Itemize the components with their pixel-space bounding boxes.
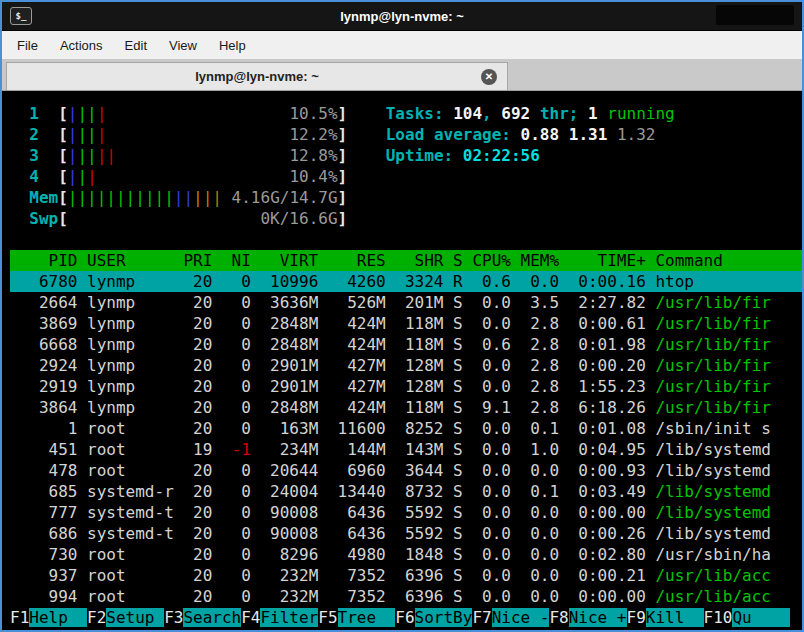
cpu-meter-4-label: 4: [10, 167, 58, 186]
fkey-label-F1[interactable]: Help: [29, 608, 87, 627]
fkey-label-F4[interactable]: Filter: [260, 608, 318, 627]
process-row-2924[interactable]: 2924 lynmp 20 0 2901M 427M 128M S 0.0 2.…: [10, 355, 802, 376]
process-row-686[interactable]: 686 systemd-t 20 0 90008 6436 5592 S 0.0…: [10, 523, 802, 544]
menu-view[interactable]: View: [158, 34, 208, 57]
process-row-6780[interactable]: 6780 lynmp 20 0 10996 4260 3324 R 0.6 0.…: [10, 271, 802, 292]
process-command: /usr/lib/acc: [655, 566, 771, 585]
tab-title: lynmp@lyn-nvme: ~: [195, 69, 319, 84]
fkey-F9: F9: [627, 608, 646, 627]
fkey-label-F6[interactable]: SortBy: [415, 608, 473, 627]
info-segment: 104: [453, 104, 482, 123]
process-command: /usr/sbin/ha: [655, 545, 771, 564]
window-title: lynmp@lyn-nvme: ~: [340, 9, 464, 24]
fkey-label-F2[interactable]: Setup: [106, 608, 164, 627]
cpu-meter-1-label: 1: [10, 104, 58, 123]
info-segment: 1.31: [569, 125, 617, 144]
terminal-window: $_ lynmp@lyn-nvme: ~ File Actions Edit V…: [0, 0, 804, 632]
menu-help[interactable]: Help: [208, 34, 257, 57]
process-row-2664[interactable]: 2664 lynmp 20 0 3636M 526M 201M S 0.0 3.…: [10, 292, 802, 313]
info-segment: Load average:: [386, 125, 521, 144]
process-row-685[interactable]: 685 systemd-r 20 0 24004 13440 8732 S 0.…: [10, 481, 802, 502]
info-segment: 692: [501, 104, 530, 123]
process-command: /sbin/init s: [655, 419, 771, 438]
menu-file[interactable]: File: [6, 34, 49, 57]
cpu-meter-2-value: 12.2%: [289, 125, 337, 144]
process-row-3864[interactable]: 3864 lynmp 20 0 2848M 424M 118M S 9.1 2.…: [10, 397, 802, 418]
fkey-label-F10[interactable]: Qu: [732, 608, 790, 627]
menu-actions[interactable]: Actions: [49, 34, 114, 57]
mem-meter-bar-green: |||||||||||: [68, 188, 174, 207]
mem-meter-label: Mem: [10, 188, 58, 207]
info-segment: 1: [588, 104, 598, 123]
cpu-meter-3-bar-green: ||: [77, 146, 96, 165]
cpu-meter-3-label: 3: [10, 146, 58, 165]
process-row-1[interactable]: 1 root 20 0 163M 11600 8252 S 0.0 0.1 0:…: [10, 418, 802, 439]
cpu-meter-2-bar-green: ||: [77, 125, 96, 144]
process-command: htop: [655, 272, 694, 291]
cpu-meter-2-label: 2: [10, 125, 58, 144]
process-row-451[interactable]: 451 root 19 -1 234M 144M 143M S 0.0 1.0 …: [10, 439, 802, 460]
tab-terminal[interactable]: lynmp@lyn-nvme: ~ ✕: [6, 62, 508, 90]
cpu-meter-2: 2 [|||| 12.2%] Load average: 0.88 1.31 1…: [10, 124, 802, 145]
info-segment: running: [598, 104, 675, 123]
cpu-meter-2-bar-blue: |: [68, 125, 78, 144]
fkey-F5: F5: [318, 608, 337, 627]
fkey-label-F5[interactable]: Tree: [338, 608, 396, 627]
process-row-478[interactable]: 478 root 20 0 20644 6960 3644 S 0.0 0.0 …: [10, 460, 802, 481]
fkey-F10: F10: [704, 608, 733, 627]
cpu-meter-4-bar-blue: |: [68, 167, 78, 186]
info-segment: ,: [482, 104, 501, 123]
process-command: /lib/systemd: [655, 440, 771, 459]
menubar: File Actions Edit View Help: [2, 31, 802, 60]
cpu-meter-4-value: 10.4%: [289, 167, 337, 186]
cpu-meter-1-bar-green: ||: [77, 104, 96, 123]
fkey-F2: F2: [87, 608, 106, 627]
blank-line: [10, 229, 802, 250]
info-segment: thr;: [530, 104, 588, 123]
fkey-F8: F8: [549, 608, 568, 627]
process-row-730[interactable]: 730 root 20 0 8296 4980 1848 S 0.0 0.0 0…: [10, 544, 802, 565]
info-segment: Uptime:: [386, 146, 463, 165]
fkey-label-F3[interactable]: Search: [183, 608, 241, 627]
fkey-label-F9[interactable]: Kill: [646, 608, 704, 627]
table-header[interactable]: PID USER PRI NI VIRT RES SHR S CPU% MEM%…: [10, 250, 802, 271]
fkey-F3: F3: [164, 608, 183, 627]
process-command: /lib/systemd: [655, 524, 771, 543]
titlebar[interactable]: $_ lynmp@lyn-nvme: ~: [2, 2, 802, 31]
process-command: /usr/lib/fir: [655, 314, 771, 333]
mem-meter: Mem[|||||||||||||||| 4.16G/14.7G]: [10, 187, 802, 208]
cpu-meter-3-bar-blue: |: [68, 146, 78, 165]
process-row-6668[interactable]: 6668 lynmp 20 0 2848M 424M 118M S 0.6 2.…: [10, 334, 802, 355]
mem-meter-value: 4.16G/14.7G: [232, 188, 338, 207]
fkey-F1: F1: [10, 608, 29, 627]
fkey-F7: F7: [472, 608, 491, 627]
cpu-meter-1-bar-blue: |: [68, 104, 78, 123]
menu-edit[interactable]: Edit: [114, 34, 158, 57]
process-command: /usr/lib/fir: [655, 356, 771, 375]
info-segment: 02:22:56: [463, 146, 540, 165]
info-segment: 0.88: [521, 125, 569, 144]
process-row-3869[interactable]: 3869 lynmp 20 0 2848M 424M 118M S 0.0 2.…: [10, 313, 802, 334]
process-row-777[interactable]: 777 systemd-t 20 0 90008 6436 5592 S 0.0…: [10, 502, 802, 523]
process-command: /usr/lib/fir: [655, 293, 771, 312]
process-row-994[interactable]: 994 root 20 0 232M 7352 6396 S 0.0 0.0 0…: [10, 586, 802, 607]
terminal-app-icon: $_: [10, 7, 32, 25]
process-row-937[interactable]: 937 root 20 0 232M 7352 6396 S 0.0 0.0 0…: [10, 565, 802, 586]
cpu-meter-1-value: 10.5%: [289, 104, 337, 123]
tab-close-icon[interactable]: ✕: [481, 69, 497, 85]
process-command: /lib/systemd: [655, 503, 771, 522]
htop-terminal[interactable]: 1 [|||| 10.5%] Tasks: 104, 692 thr; 1 ru…: [2, 91, 802, 632]
process-row-2919[interactable]: 2919 lynmp 20 0 2901M 427M 128M S 0.0 2.…: [10, 376, 802, 397]
fkey-bar: F1Help F2Setup F3SearchF4FilterF5Tree F6…: [10, 607, 802, 628]
window-controls[interactable]: [716, 5, 794, 25]
swp-meter: Swp[ 0K/16.6G]: [10, 208, 802, 229]
info-segment: Tasks:: [386, 104, 453, 123]
cpu-meter-4: 4 [||| 10.4%]: [10, 166, 802, 187]
swp-meter-value: 0K/16.6G: [260, 209, 337, 228]
fkey-label-F8[interactable]: Nice +: [569, 608, 627, 627]
swp-meter-label: Swp: [10, 209, 58, 228]
cpu-meter-2-bar-red: |: [97, 125, 107, 144]
cpu-meter-1: 1 [|||| 10.5%] Tasks: 104, 692 thr; 1 ru…: [10, 103, 802, 124]
process-command: /lib/systemd: [655, 482, 771, 501]
fkey-label-F7[interactable]: Nice -: [492, 608, 550, 627]
